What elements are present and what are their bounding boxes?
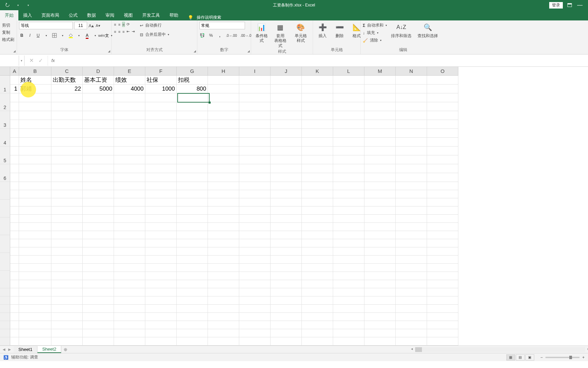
phonetic-button[interactable]: wén文: [101, 32, 106, 39]
cell[interactable]: [333, 138, 364, 147]
cell[interactable]: [427, 138, 458, 147]
cell[interactable]: [145, 198, 177, 206]
row-header-2[interactable]: 2: [0, 93, 10, 111]
cell[interactable]: [427, 321, 458, 329]
cell[interactable]: [333, 93, 364, 102]
cell[interactable]: [83, 138, 114, 147]
cell[interactable]: [302, 120, 333, 129]
cell[interactable]: [51, 138, 83, 147]
cell[interactable]: [83, 93, 114, 102]
col-header-F[interactable]: F: [145, 67, 177, 76]
cell[interactable]: [51, 321, 83, 329]
col-header-O[interactable]: O: [427, 67, 458, 76]
qat-more-icon[interactable]: ▾: [25, 2, 31, 8]
cell[interactable]: [364, 231, 396, 239]
cell[interactable]: [177, 198, 208, 206]
cell[interactable]: [271, 120, 302, 129]
cell[interactable]: [19, 198, 51, 206]
cell[interactable]: [396, 138, 427, 147]
cell[interactable]: [51, 305, 83, 313]
cell[interactable]: [302, 198, 333, 206]
cell[interactable]: [333, 321, 364, 329]
align-bottom-icon[interactable]: ≡: [122, 22, 125, 27]
cell[interactable]: [51, 223, 83, 231]
cell[interactable]: [302, 155, 333, 164]
cell[interactable]: [19, 129, 51, 138]
cell[interactable]: 出勤天数: [51, 76, 83, 85]
ribbon-display-icon[interactable]: [566, 2, 573, 9]
percent-format-icon[interactable]: %: [208, 32, 214, 39]
cell[interactable]: [114, 147, 145, 155]
tab-help[interactable]: 帮助: [165, 10, 183, 20]
cell[interactable]: [239, 280, 271, 288]
cell[interactable]: 郭靖: [19, 85, 51, 93]
cell[interactable]: [427, 313, 458, 321]
cell[interactable]: [239, 111, 271, 120]
cell[interactable]: [271, 138, 302, 147]
cell[interactable]: [177, 329, 208, 337]
cut-button[interactable]: 剪切: [2, 22, 15, 28]
cell[interactable]: [83, 280, 114, 288]
cell[interactable]: [208, 206, 239, 215]
cell[interactable]: [396, 120, 427, 129]
cell[interactable]: [19, 155, 51, 164]
cell[interactable]: [271, 147, 302, 155]
alignment-launcher-icon[interactable]: ◢: [194, 49, 196, 53]
cell[interactable]: [333, 272, 364, 280]
cell[interactable]: [239, 313, 271, 321]
cell[interactable]: [114, 313, 145, 321]
cell[interactable]: [333, 313, 364, 321]
cell[interactable]: [396, 76, 427, 85]
sheet-nav[interactable]: ◄ ►: [0, 347, 14, 352]
cell[interactable]: [302, 182, 333, 190]
cell[interactable]: [114, 321, 145, 329]
cell[interactable]: 800: [177, 85, 208, 93]
cell[interactable]: [239, 198, 271, 206]
cell[interactable]: [396, 190, 427, 198]
cell[interactable]: [83, 256, 114, 264]
cell[interactable]: [364, 173, 396, 182]
cell[interactable]: [239, 272, 271, 280]
row-header-4[interactable]: 4: [0, 129, 10, 147]
cell[interactable]: [427, 147, 458, 155]
cell[interactable]: [302, 93, 333, 102]
cell[interactable]: [302, 264, 333, 272]
cell[interactable]: [114, 256, 145, 264]
cell[interactable]: [364, 155, 396, 164]
cell[interactable]: [177, 215, 208, 223]
cell[interactable]: [364, 198, 396, 206]
cell[interactable]: [271, 239, 302, 247]
cell[interactable]: [145, 329, 177, 337]
cell[interactable]: [177, 190, 208, 198]
cell[interactable]: [51, 173, 83, 182]
border-dropdown-icon[interactable]: ▾: [60, 32, 65, 39]
cell[interactable]: [427, 93, 458, 102]
tab-view[interactable]: 视图: [119, 10, 137, 20]
cell[interactable]: [396, 85, 427, 93]
cell[interactable]: [145, 129, 177, 138]
font-size-select[interactable]: [74, 22, 87, 29]
cell[interactable]: [51, 182, 83, 190]
cell[interactable]: [83, 231, 114, 239]
cell[interactable]: [333, 305, 364, 313]
cell[interactable]: [333, 280, 364, 288]
spreadsheet-grid[interactable]: ABCDEFGHIJKLMNO 123456 姓名出勤天数基本工资绩效社保扣税1…: [0, 67, 588, 346]
col-header-A[interactable]: A: [10, 67, 19, 76]
cell[interactable]: [208, 111, 239, 120]
cell[interactable]: [114, 296, 145, 305]
cell[interactable]: [271, 329, 302, 337]
cell[interactable]: [302, 256, 333, 264]
redo-icon[interactable]: [5, 2, 11, 8]
zoom-slider[interactable]: [545, 357, 579, 358]
cell[interactable]: [19, 190, 51, 198]
cell[interactable]: [19, 147, 51, 155]
cell[interactable]: [51, 111, 83, 120]
cell[interactable]: [208, 147, 239, 155]
cell[interactable]: [396, 264, 427, 272]
cell[interactable]: [114, 111, 145, 120]
tab-insert[interactable]: 插入: [18, 10, 37, 20]
cell[interactable]: [364, 190, 396, 198]
delete-cells-button[interactable]: ➖ 删除: [332, 22, 347, 38]
cell[interactable]: 基本工资: [83, 76, 114, 85]
cell[interactable]: [51, 215, 83, 223]
